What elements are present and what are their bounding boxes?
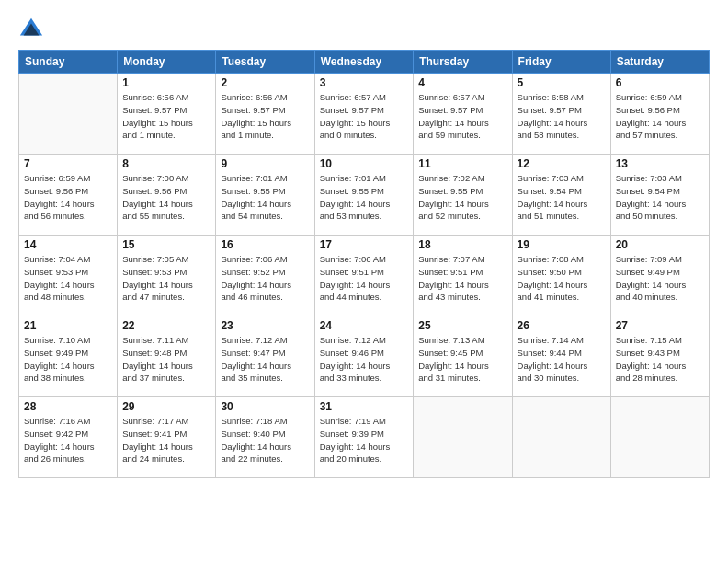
day-number: 10 <box>320 157 409 170</box>
day-number: 31 <box>320 400 409 413</box>
day-number: 8 <box>122 157 210 170</box>
calendar-cell: 14Sunrise: 7:04 AM Sunset: 9:53 PM Dayli… <box>19 236 118 316</box>
calendar-cell: 9Sunrise: 7:01 AM Sunset: 9:55 PM Daylig… <box>216 155 314 236</box>
day-info: Sunrise: 7:09 AM Sunset: 9:49 PM Dayligh… <box>616 253 704 304</box>
calendar-week-row: 14Sunrise: 7:04 AM Sunset: 9:53 PM Dayli… <box>19 236 710 316</box>
day-info: Sunrise: 7:06 AM Sunset: 9:52 PM Dayligh… <box>221 253 309 304</box>
day-number: 27 <box>616 319 704 332</box>
calendar-cell: 24Sunrise: 7:12 AM Sunset: 9:46 PM Dayli… <box>314 316 414 397</box>
calendar-cell: 7Sunrise: 6:59 AM Sunset: 9:56 PM Daylig… <box>19 155 118 236</box>
header <box>18 17 710 42</box>
day-number: 23 <box>221 319 309 332</box>
day-info: Sunrise: 7:08 AM Sunset: 9:50 PM Dayligh… <box>518 253 606 304</box>
day-info: Sunrise: 7:06 AM Sunset: 9:51 PM Dayligh… <box>320 253 409 304</box>
calendar-cell: 22Sunrise: 7:11 AM Sunset: 9:48 PM Dayli… <box>118 316 216 397</box>
day-info: Sunrise: 7:19 AM Sunset: 9:39 PM Dayligh… <box>320 415 409 465</box>
day-info: Sunrise: 7:12 AM Sunset: 9:47 PM Dayligh… <box>221 334 309 385</box>
calendar-cell: 15Sunrise: 7:05 AM Sunset: 9:53 PM Dayli… <box>118 236 216 316</box>
day-info: Sunrise: 7:14 AM Sunset: 9:44 PM Dayligh… <box>518 334 606 385</box>
day-number: 11 <box>418 157 506 170</box>
calendar-header-tuesday: Tuesday <box>216 51 314 74</box>
calendar-cell <box>610 397 709 478</box>
calendar-cell: 27Sunrise: 7:15 AM Sunset: 9:43 PM Dayli… <box>610 316 709 397</box>
calendar-cell: 23Sunrise: 7:12 AM Sunset: 9:47 PM Dayli… <box>216 316 314 397</box>
day-info: Sunrise: 6:56 AM Sunset: 9:57 PM Dayligh… <box>221 91 309 142</box>
calendar-cell: 11Sunrise: 7:02 AM Sunset: 9:55 PM Dayli… <box>414 155 512 236</box>
day-info: Sunrise: 7:01 AM Sunset: 9:55 PM Dayligh… <box>221 172 309 223</box>
calendar-cell: 31Sunrise: 7:19 AM Sunset: 9:39 PM Dayli… <box>314 397 414 478</box>
day-info: Sunrise: 7:07 AM Sunset: 9:51 PM Dayligh… <box>418 253 506 304</box>
day-info: Sunrise: 7:00 AM Sunset: 9:56 PM Dayligh… <box>122 172 210 223</box>
day-number: 18 <box>418 238 506 251</box>
calendar-cell: 6Sunrise: 6:59 AM Sunset: 9:56 PM Daylig… <box>610 74 709 155</box>
day-number: 24 <box>320 319 409 332</box>
day-number: 7 <box>24 157 112 170</box>
calendar-cell: 4Sunrise: 6:57 AM Sunset: 9:57 PM Daylig… <box>414 74 512 155</box>
day-info: Sunrise: 7:17 AM Sunset: 9:41 PM Dayligh… <box>122 415 210 465</box>
day-info: Sunrise: 6:59 AM Sunset: 9:56 PM Dayligh… <box>24 172 112 223</box>
calendar-cell: 12Sunrise: 7:03 AM Sunset: 9:54 PM Dayli… <box>512 155 610 236</box>
calendar-header-row: SundayMondayTuesdayWednesdayThursdayFrid… <box>19 51 710 74</box>
day-info: Sunrise: 7:03 AM Sunset: 9:54 PM Dayligh… <box>518 172 606 223</box>
day-number: 26 <box>518 319 606 332</box>
day-info: Sunrise: 7:02 AM Sunset: 9:55 PM Dayligh… <box>418 172 506 223</box>
calendar-cell: 13Sunrise: 7:03 AM Sunset: 9:54 PM Dayli… <box>610 155 709 236</box>
calendar-header-thursday: Thursday <box>414 51 512 74</box>
calendar-header-monday: Monday <box>118 51 216 74</box>
calendar-cell: 28Sunrise: 7:16 AM Sunset: 9:42 PM Dayli… <box>19 397 118 478</box>
day-info: Sunrise: 6:57 AM Sunset: 9:57 PM Dayligh… <box>320 91 409 142</box>
day-number: 6 <box>616 76 704 89</box>
day-number: 30 <box>221 400 309 413</box>
day-number: 14 <box>24 238 112 251</box>
day-number: 25 <box>418 319 506 332</box>
day-info: Sunrise: 7:05 AM Sunset: 9:53 PM Dayligh… <box>122 253 210 304</box>
day-info: Sunrise: 7:10 AM Sunset: 9:49 PM Dayligh… <box>24 334 112 385</box>
day-number: 16 <box>221 238 309 251</box>
calendar-table: SundayMondayTuesdayWednesdayThursdayFrid… <box>18 50 710 478</box>
calendar-week-row: 21Sunrise: 7:10 AM Sunset: 9:49 PM Dayli… <box>19 316 710 397</box>
day-number: 2 <box>221 76 309 89</box>
day-number: 13 <box>616 157 704 170</box>
calendar-week-row: 1Sunrise: 6:56 AM Sunset: 9:57 PM Daylig… <box>19 74 710 155</box>
day-info: Sunrise: 6:59 AM Sunset: 9:56 PM Dayligh… <box>616 91 704 142</box>
day-number: 9 <box>221 157 309 170</box>
day-number: 17 <box>320 238 409 251</box>
day-info: Sunrise: 7:16 AM Sunset: 9:42 PM Dayligh… <box>24 415 112 465</box>
logo-icon <box>18 17 44 42</box>
day-number: 28 <box>24 400 112 413</box>
calendar-cell: 26Sunrise: 7:14 AM Sunset: 9:44 PM Dayli… <box>512 316 610 397</box>
calendar-header-saturday: Saturday <box>610 51 709 74</box>
calendar-cell: 20Sunrise: 7:09 AM Sunset: 9:49 PM Dayli… <box>610 236 709 316</box>
calendar-cell: 21Sunrise: 7:10 AM Sunset: 9:49 PM Dayli… <box>19 316 118 397</box>
calendar-cell: 5Sunrise: 6:58 AM Sunset: 9:57 PM Daylig… <box>512 74 610 155</box>
calendar-cell: 17Sunrise: 7:06 AM Sunset: 9:51 PM Dayli… <box>314 236 414 316</box>
calendar-cell: 30Sunrise: 7:18 AM Sunset: 9:40 PM Dayli… <box>216 397 314 478</box>
day-number: 19 <box>518 238 606 251</box>
day-number: 21 <box>24 319 112 332</box>
calendar-cell: 29Sunrise: 7:17 AM Sunset: 9:41 PM Dayli… <box>118 397 216 478</box>
calendar-header-wednesday: Wednesday <box>314 51 414 74</box>
calendar-cell: 8Sunrise: 7:00 AM Sunset: 9:56 PM Daylig… <box>118 155 216 236</box>
day-number: 5 <box>518 76 606 89</box>
day-info: Sunrise: 7:18 AM Sunset: 9:40 PM Dayligh… <box>221 415 309 465</box>
calendar-cell: 10Sunrise: 7:01 AM Sunset: 9:55 PM Dayli… <box>314 155 414 236</box>
day-number: 20 <box>616 238 704 251</box>
calendar-header-friday: Friday <box>512 51 610 74</box>
calendar-cell: 25Sunrise: 7:13 AM Sunset: 9:45 PM Dayli… <box>414 316 512 397</box>
day-info: Sunrise: 7:13 AM Sunset: 9:45 PM Dayligh… <box>418 334 506 385</box>
day-info: Sunrise: 7:01 AM Sunset: 9:55 PM Dayligh… <box>320 172 409 223</box>
day-number: 12 <box>518 157 606 170</box>
day-number: 3 <box>320 76 409 89</box>
day-number: 1 <box>122 76 210 89</box>
day-info: Sunrise: 7:15 AM Sunset: 9:43 PM Dayligh… <box>616 334 704 385</box>
day-info: Sunrise: 7:04 AM Sunset: 9:53 PM Dayligh… <box>24 253 112 304</box>
day-info: Sunrise: 7:03 AM Sunset: 9:54 PM Dayligh… <box>616 172 704 223</box>
logo <box>18 17 46 42</box>
calendar-week-row: 7Sunrise: 6:59 AM Sunset: 9:56 PM Daylig… <box>19 155 710 236</box>
calendar-cell: 1Sunrise: 6:56 AM Sunset: 9:57 PM Daylig… <box>118 74 216 155</box>
calendar-cell: 16Sunrise: 7:06 AM Sunset: 9:52 PM Dayli… <box>216 236 314 316</box>
day-number: 22 <box>122 319 210 332</box>
day-info: Sunrise: 7:11 AM Sunset: 9:48 PM Dayligh… <box>122 334 210 385</box>
page: SundayMondayTuesdayWednesdayThursdayFrid… <box>0 0 728 563</box>
calendar-cell <box>19 74 118 155</box>
